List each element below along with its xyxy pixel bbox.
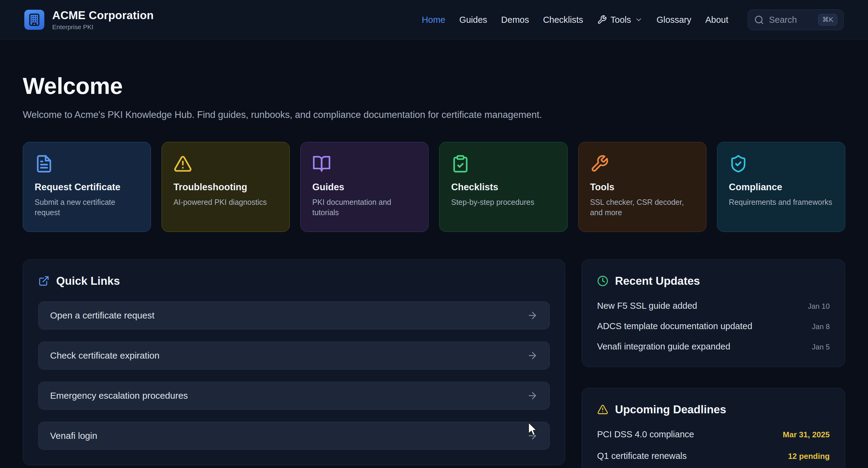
- recent-updates-header: Recent Updates: [597, 275, 830, 288]
- upcoming-deadlines-title: Upcoming Deadlines: [615, 403, 726, 416]
- card-compliance[interactable]: Compliance Requirements and frameworks: [717, 142, 845, 232]
- nav-about-label: About: [705, 15, 728, 25]
- lower-columns: Quick Links Open a certificate request C…: [23, 259, 845, 468]
- deadline-label: Q1 certificate renewals: [597, 451, 687, 461]
- file-text-icon: [35, 154, 139, 173]
- card-title: Compliance: [729, 182, 833, 193]
- building-logo-icon: [24, 10, 44, 30]
- nav-demos[interactable]: Demos: [501, 15, 529, 25]
- main-content: Welcome Welcome to Acme's PKI Knowledge …: [23, 72, 845, 468]
- quick-links-header: Quick Links: [38, 275, 550, 288]
- deadline-value: Mar 31, 2025: [783, 430, 830, 439]
- card-troubleshooting[interactable]: Troubleshooting AI-powered PKI diagnosti…: [162, 142, 290, 232]
- update-date: Jan 8: [812, 322, 830, 331]
- alert-triangle-icon: [174, 154, 278, 173]
- nav-about[interactable]: About: [705, 15, 728, 25]
- arrow-right-icon: [527, 430, 538, 441]
- deadlines-list: PCI DSS 4.0 compliance Mar 31, 2025 Q1 c…: [597, 430, 830, 461]
- main-nav: Home Guides Demos Checklists Tools Gloss…: [422, 15, 728, 25]
- nav-glossary[interactable]: Glossary: [657, 15, 691, 25]
- nav-home[interactable]: Home: [422, 15, 445, 25]
- card-title: Checklists: [451, 182, 556, 193]
- nav-guides-label: Guides: [459, 15, 487, 25]
- clipboard-check-icon: [451, 154, 556, 173]
- nav-area: Home Guides Demos Checklists Tools Gloss…: [422, 9, 844, 30]
- wrench-icon: [597, 15, 607, 25]
- nav-guides[interactable]: Guides: [459, 15, 487, 25]
- nav-home-label: Home: [422, 15, 445, 25]
- card-title: Request Certificate: [35, 182, 139, 193]
- update-item[interactable]: Venafi integration guide expanded Jan 5: [597, 342, 830, 352]
- update-label: ADCS template documentation updated: [597, 321, 752, 331]
- deadline-item[interactable]: Q1 certificate renewals 12 pending: [597, 451, 830, 461]
- card-description: AI-powered PKI diagnostics: [174, 197, 278, 208]
- search-shortcut-badge: ⌘K: [818, 14, 837, 26]
- card-checklists[interactable]: Checklists Step-by-step procedures: [439, 142, 567, 232]
- card-title: Tools: [590, 182, 694, 193]
- book-open-icon: [312, 154, 417, 173]
- shield-check-icon: [729, 154, 833, 173]
- right-column: Recent Updates New F5 SSL guide added Ja…: [582, 259, 845, 468]
- external-link-icon: [38, 275, 50, 287]
- wrench-icon: [590, 154, 694, 173]
- quick-link-venafi-login[interactable]: Venafi login: [38, 422, 550, 450]
- card-description: PKI documentation and tutorials: [312, 197, 417, 218]
- page-subtitle: Welcome to Acme's PKI Knowledge Hub. Fin…: [23, 108, 845, 122]
- card-title: Troubleshooting: [174, 182, 278, 193]
- search-icon: [754, 15, 764, 25]
- brand[interactable]: ACME Corporation Enterprise PKI: [24, 9, 154, 31]
- arrow-right-icon: [527, 390, 538, 401]
- search-input[interactable]: Search ⌘K: [748, 9, 844, 30]
- update-item[interactable]: ADCS template documentation updated Jan …: [597, 321, 830, 331]
- alert-triangle-icon: [597, 404, 608, 415]
- quick-links-title: Quick Links: [56, 275, 120, 288]
- arrow-right-icon: [527, 310, 538, 321]
- nav-tools-label: Tools: [611, 15, 631, 25]
- nav-glossary-label: Glossary: [657, 15, 691, 25]
- nav-demos-label: Demos: [501, 15, 529, 25]
- update-date: Jan 10: [808, 302, 830, 311]
- update-item[interactable]: New F5 SSL guide added Jan 10: [597, 301, 830, 311]
- nav-tools[interactable]: Tools: [597, 15, 643, 25]
- header: ACME Corporation Enterprise PKI Home Gui…: [0, 0, 868, 40]
- recent-updates-panel: Recent Updates New F5 SSL guide added Ja…: [582, 259, 845, 367]
- update-date: Jan 5: [812, 343, 830, 351]
- upcoming-deadlines-panel: Upcoming Deadlines PCI DSS 4.0 complianc…: [582, 388, 845, 468]
- quick-link-label: Check certificate expiration: [50, 350, 159, 361]
- card-request-certificate[interactable]: Request Certificate Submit a new certifi…: [23, 142, 151, 232]
- quick-link-label: Emergency escalation procedures: [50, 390, 188, 401]
- quick-link-emergency-escalation[interactable]: Emergency escalation procedures: [38, 382, 550, 410]
- arrow-right-icon: [527, 350, 538, 361]
- nav-checklists[interactable]: Checklists: [543, 15, 583, 25]
- feature-cards: Request Certificate Submit a new certifi…: [23, 142, 845, 232]
- deadline-item[interactable]: PCI DSS 4.0 compliance Mar 31, 2025: [597, 430, 830, 439]
- upcoming-deadlines-header: Upcoming Deadlines: [597, 403, 830, 416]
- deadline-value: 12 pending: [788, 451, 830, 461]
- quick-link-label: Open a certificate request: [50, 310, 155, 321]
- quick-link-label: Venafi login: [50, 431, 97, 441]
- card-description: SSL checker, CSR decoder, and more: [590, 197, 694, 218]
- card-description: Requirements and frameworks: [729, 197, 833, 208]
- search-placeholder: Search: [769, 15, 797, 25]
- update-label: New F5 SSL guide added: [597, 301, 697, 311]
- card-title: Guides: [312, 182, 417, 193]
- brand-text: ACME Corporation Enterprise PKI: [52, 9, 154, 31]
- page-title: Welcome: [23, 72, 845, 99]
- brand-subtitle: Enterprise PKI: [52, 23, 154, 31]
- quick-link-check-certificate-expiration[interactable]: Check certificate expiration: [38, 342, 550, 370]
- chevron-down-icon: [635, 16, 643, 24]
- card-description: Step-by-step procedures: [451, 197, 556, 208]
- deadline-label: PCI DSS 4.0 compliance: [597, 430, 694, 439]
- update-label: Venafi integration guide expanded: [597, 342, 731, 352]
- clock-icon: [597, 275, 608, 287]
- quick-links-list: Open a certificate request Check certifi…: [38, 301, 550, 450]
- recent-updates-list: New F5 SSL guide added Jan 10 ADCS templ…: [597, 301, 830, 352]
- quick-link-open-certificate-request[interactable]: Open a certificate request: [38, 301, 550, 329]
- card-guides[interactable]: Guides PKI documentation and tutorials: [300, 142, 429, 232]
- card-tools[interactable]: Tools SSL checker, CSR decoder, and more: [578, 142, 706, 232]
- nav-checklists-label: Checklists: [543, 15, 583, 25]
- brand-name: ACME Corporation: [52, 9, 154, 22]
- card-description: Submit a new certificate request: [35, 197, 139, 218]
- quick-links-panel: Quick Links Open a certificate request C…: [23, 259, 565, 465]
- recent-updates-title: Recent Updates: [615, 275, 700, 288]
